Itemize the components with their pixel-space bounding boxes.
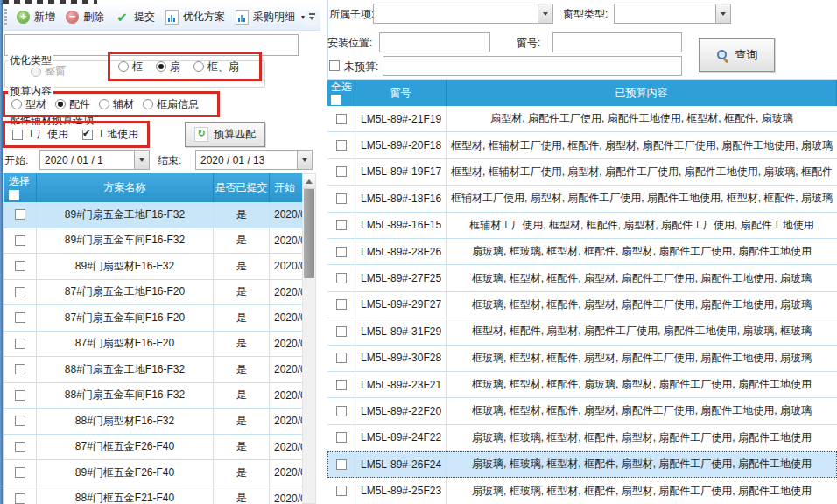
- budget-table-row[interactable]: LM5L-89#-27F25框玻璃, 框型材, 框配件, 扇型材, 扇配件工厂使…: [327, 265, 837, 291]
- plan-row-checkbox[interactable]: [15, 235, 25, 246]
- budget-table-row[interactable]: LM5L-89#-23F21框玻璃, 框型材, 框配件, 扇玻璃, 扇型材, 扇…: [327, 372, 837, 398]
- toolbar-button-新增[interactable]: +新增: [11, 7, 60, 27]
- radio-option-配件[interactable]: 配件: [55, 97, 90, 112]
- radio-icon[interactable]: [11, 99, 22, 109]
- plan-row-checkbox[interactable]: [15, 209, 25, 220]
- radio-icon[interactable]: [55, 99, 66, 109]
- toolbar-button-采购明细[interactable]: 采购明细▾: [230, 7, 310, 27]
- budget-match-button[interactable]: ↻ 预算匹配: [185, 122, 265, 147]
- budget-row-select-cell[interactable]: [327, 318, 355, 344]
- budget-row-checkbox[interactable]: [336, 247, 347, 257]
- plan-table-row[interactable]: 87#门扇型材F16-F20是2020/0: [4, 332, 302, 358]
- plan-table-row[interactable]: 89#门框五金F26-F40是2020/0: [4, 460, 302, 486]
- radio-option-辅材[interactable]: 辅材: [99, 97, 134, 112]
- scrollbar-thumb[interactable]: [304, 189, 314, 278]
- select-all-windows-checkbox[interactable]: [331, 94, 341, 105]
- budget-row-checkbox[interactable]: [336, 193, 347, 204]
- plan-row-select-cell[interactable]: [4, 486, 37, 504]
- plan-row-checkbox[interactable]: [15, 416, 25, 426]
- checkbox-option-工地使用[interactable]: 工地使用: [82, 127, 138, 142]
- plan-row-checkbox[interactable]: [15, 261, 25, 271]
- plan-row-checkbox[interactable]: [15, 364, 25, 374]
- budget-row-checkbox[interactable]: [336, 114, 347, 124]
- toolbar-button-提交[interactable]: ✔提交: [109, 7, 160, 27]
- plan-row-select-cell[interactable]: [4, 460, 37, 486]
- plan-row-select-cell[interactable]: [4, 357, 37, 382]
- end-date-picker[interactable]: 2020 / 01 / 13: [195, 150, 313, 170]
- start-column-header[interactable]: 开始: [270, 173, 302, 202]
- budget-row-select-cell[interactable]: [327, 265, 355, 290]
- budget-table-row[interactable]: LM5L-89#-20F18框型材, 框辅材工厂使用, 框配件, 扇型材, 扇配…: [327, 132, 837, 158]
- plan-table-row[interactable]: 88#门扇五金工地F16-F32是2020/0: [4, 357, 302, 383]
- budget-table-row[interactable]: LM5L-89#-25F23扇玻璃, 框玻璃, 框型材, 框配件, 扇型材, 扇…: [327, 478, 837, 504]
- plan-row-select-cell[interactable]: [4, 409, 37, 434]
- radio-option-型材[interactable]: 型材: [11, 97, 46, 112]
- toolbar-button-优化方案[interactable]: 优化方案: [160, 7, 230, 27]
- select-all-plans-checkbox[interactable]: [9, 190, 19, 200]
- budget-table-row[interactable]: LM5L-89#-19F17框型材, 框辅材工厂使用, 扇型材, 扇配件工厂使用…: [327, 159, 837, 186]
- budget-table-row[interactable]: LM5L-89#-29F27框玻璃, 框型材, 框配件, 扇型材, 扇配件工厂使…: [327, 292, 837, 318]
- budget-table-row[interactable]: LM5L-89#-16F15框辅材工厂使用, 框型材, 框配件, 扇型材, 扇配…: [327, 213, 837, 239]
- plan-table-row[interactable]: 89#门扇五金工地F16-F32是2020/0: [4, 202, 302, 228]
- budget-table-row[interactable]: LM5L-89#-22F20框玻璃, 框型材, 框配件, 扇型材, 扇配件工厂使…: [327, 398, 837, 424]
- checkbox-option-工厂使用[interactable]: 工厂使用: [12, 127, 68, 142]
- budget-row-select-cell[interactable]: [327, 372, 355, 397]
- plan-row-select-cell[interactable]: [4, 202, 37, 228]
- plan-table-row[interactable]: 87#门框五金F26-F40是2020/0: [4, 435, 302, 461]
- toolbar-grip-handle[interactable]: [4, 9, 7, 26]
- window-no-column-header[interactable]: 窗号: [355, 80, 447, 106]
- budget-row-select-cell[interactable]: [327, 425, 355, 451]
- plan-row-checkbox[interactable]: [15, 467, 25, 478]
- budget-row-checkbox[interactable]: [336, 220, 347, 230]
- budget-table-row[interactable]: LM5L-89#-31F29框型材, 框配件, 扇型材, 扇配件工厂使用, 扇配…: [327, 318, 837, 345]
- chevron-down-icon[interactable]: ▾: [301, 14, 305, 21]
- no-budget-input[interactable]: [383, 56, 682, 76]
- scrollbar-up-arrow-icon[interactable]: [303, 174, 315, 189]
- window-type-dropdown-icon[interactable]: [715, 4, 730, 23]
- budget-row-select-cell[interactable]: [327, 106, 355, 131]
- budget-row-checkbox[interactable]: [336, 353, 347, 363]
- budget-row-select-cell[interactable]: [327, 186, 355, 211]
- checkbox-icon[interactable]: [12, 130, 23, 140]
- radio-option-框扇信息[interactable]: 框扇信息: [143, 97, 199, 112]
- toolbar-overflow-button[interactable]: [306, 10, 318, 25]
- no-budget-checkbox[interactable]: [329, 60, 340, 71]
- plan-table-row[interactable]: 88#门扇五金车间F16-F32是2020/0: [4, 383, 302, 410]
- window-no-input[interactable]: [552, 32, 682, 52]
- start-date-dropdown-icon[interactable]: [134, 150, 149, 169]
- end-date-dropdown-icon[interactable]: [297, 150, 312, 169]
- checkbox-icon[interactable]: [82, 130, 93, 140]
- budget-row-select-cell[interactable]: [327, 159, 355, 185]
- budgeted-content-column-header[interactable]: 已预算内容: [447, 80, 837, 106]
- radio-option-扇[interactable]: 扇: [156, 60, 180, 74]
- plan-table-row[interactable]: 89#门扇型材F16-F32是2020/0: [4, 254, 302, 280]
- radio-icon[interactable]: [156, 61, 166, 72]
- budget-row-select-cell[interactable]: [327, 292, 355, 318]
- budget-row-checkbox[interactable]: [336, 406, 347, 416]
- plan-row-select-cell[interactable]: [4, 228, 37, 254]
- subitem-dropdown-icon[interactable]: [538, 4, 552, 23]
- budget-row-select-cell[interactable]: [327, 452, 355, 477]
- plan-row-checkbox[interactable]: [15, 442, 25, 452]
- plan-table-row[interactable]: 87#门扇五金工地F16-F20是2020/0: [4, 280, 302, 306]
- budget-row-select-cell[interactable]: [327, 478, 355, 503]
- budget-table-row[interactable]: LM5L-89#-21F19扇型材, 扇配件工厂使用, 扇配件工地使用, 框型材…: [327, 106, 837, 132]
- budget-row-select-cell[interactable]: [327, 398, 355, 424]
- budget-row-checkbox[interactable]: [336, 140, 347, 150]
- budget-row-checkbox[interactable]: [336, 299, 347, 310]
- plan-name-column-header[interactable]: 方案名称: [37, 173, 214, 202]
- budget-table-row[interactable]: LM5L-89#-18F16框辅材工厂使用, 扇型材, 扇配件工厂使用, 扇配件…: [327, 186, 837, 212]
- budget-row-checkbox[interactable]: [336, 273, 347, 284]
- subitem-combobox[interactable]: [373, 4, 553, 24]
- radio-icon[interactable]: [193, 61, 204, 72]
- budget-row-select-cell[interactable]: [327, 239, 355, 264]
- radio-icon[interactable]: [143, 99, 153, 109]
- plan-row-checkbox[interactable]: [15, 390, 25, 401]
- radio-icon[interactable]: [118, 61, 129, 72]
- plan-row-select-cell[interactable]: [4, 435, 37, 460]
- submitted-column-header[interactable]: 是否已提交: [214, 173, 270, 202]
- plan-row-select-cell[interactable]: [4, 332, 37, 357]
- plan-table-scrollbar[interactable]: [302, 173, 316, 504]
- radio-icon[interactable]: [99, 99, 109, 109]
- plan-row-checkbox[interactable]: [15, 494, 25, 504]
